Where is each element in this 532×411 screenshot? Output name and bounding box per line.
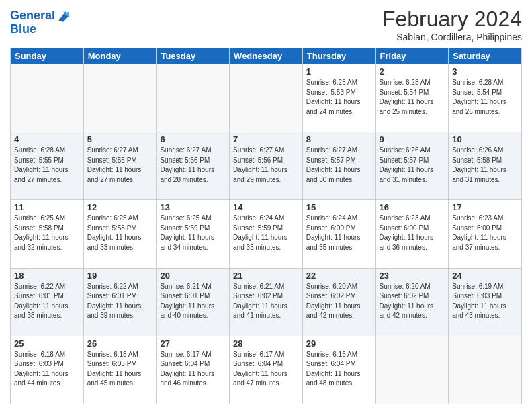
calendar-cell: [157, 64, 230, 132]
day-number: 21: [233, 271, 299, 281]
calendar-cell: 16Sunrise: 6:23 AM Sunset: 6:00 PM Dayli…: [375, 200, 449, 268]
calendar-week-row: 11Sunrise: 6:25 AM Sunset: 5:58 PM Dayli…: [11, 200, 522, 268]
header: General Blue February 2024 Sablan, Cordi…: [10, 7, 522, 42]
calendar-cell: 29Sunrise: 6:16 AM Sunset: 6:04 PM Dayli…: [302, 336, 375, 404]
day-info: Sunrise: 6:20 AM Sunset: 6:02 PM Dayligh…: [306, 282, 372, 321]
calendar-dow-wednesday: Wednesday: [230, 48, 303, 64]
calendar-cell: 6Sunrise: 6:27 AM Sunset: 5:56 PM Daylig…: [157, 132, 230, 200]
calendar-cell: 25Sunrise: 6:18 AM Sunset: 6:03 PM Dayli…: [11, 336, 84, 404]
day-number: 29: [306, 338, 372, 349]
day-number: 15: [306, 202, 372, 212]
calendar-cell: 18Sunrise: 6:22 AM Sunset: 6:01 PM Dayli…: [11, 268, 84, 336]
day-number: 17: [452, 202, 518, 212]
calendar-cell: 2Sunrise: 6:28 AM Sunset: 5:54 PM Daylig…: [375, 64, 449, 132]
calendar-dow-sunday: Sunday: [11, 48, 84, 64]
calendar-dow-tuesday: Tuesday: [157, 48, 230, 64]
calendar-cell: [375, 336, 449, 404]
day-number: 8: [306, 134, 372, 144]
day-number: 24: [452, 271, 518, 281]
calendar-cell: 21Sunrise: 6:21 AM Sunset: 6:02 PM Dayli…: [230, 268, 303, 336]
day-number: 10: [452, 134, 518, 144]
day-info: Sunrise: 6:26 AM Sunset: 5:57 PM Dayligh…: [380, 146, 445, 185]
day-info: Sunrise: 6:25 AM Sunset: 5:59 PM Dayligh…: [160, 214, 226, 253]
calendar-cell: 24Sunrise: 6:19 AM Sunset: 6:03 PM Dayli…: [449, 268, 522, 336]
calendar-cell: 17Sunrise: 6:23 AM Sunset: 6:00 PM Dayli…: [449, 200, 522, 268]
calendar-cell: 19Sunrise: 6:22 AM Sunset: 6:01 PM Dayli…: [83, 268, 157, 336]
day-number: 2: [380, 66, 445, 77]
calendar-dow-thursday: Thursday: [302, 48, 375, 64]
calendar-cell: 7Sunrise: 6:27 AM Sunset: 5:56 PM Daylig…: [230, 132, 303, 200]
calendar-header-row: SundayMondayTuesdayWednesdayThursdayFrid…: [11, 48, 522, 64]
day-number: 23: [380, 271, 445, 281]
day-info: Sunrise: 6:20 AM Sunset: 6:02 PM Dayligh…: [380, 282, 445, 321]
day-info: Sunrise: 6:23 AM Sunset: 6:00 PM Dayligh…: [452, 214, 518, 253]
day-number: 5: [87, 134, 153, 144]
day-number: 11: [14, 202, 80, 212]
calendar-cell: 3Sunrise: 6:28 AM Sunset: 5:54 PM Daylig…: [449, 64, 522, 132]
day-info: Sunrise: 6:27 AM Sunset: 5:57 PM Dayligh…: [306, 146, 372, 185]
calendar-cell: 26Sunrise: 6:18 AM Sunset: 6:03 PM Dayli…: [83, 336, 157, 404]
day-number: 20: [160, 271, 226, 281]
day-info: Sunrise: 6:27 AM Sunset: 5:56 PM Dayligh…: [160, 146, 226, 185]
day-info: Sunrise: 6:17 AM Sunset: 6:04 PM Dayligh…: [233, 350, 299, 389]
calendar-week-row: 1Sunrise: 6:28 AM Sunset: 5:53 PM Daylig…: [11, 64, 522, 132]
title-block: February 2024 Sablan, Cordillera, Philip…: [382, 7, 522, 42]
day-info: Sunrise: 6:21 AM Sunset: 6:02 PM Dayligh…: [233, 282, 299, 321]
calendar-cell: [230, 64, 303, 132]
page: General Blue February 2024 Sablan, Cordi…: [0, 0, 532, 411]
calendar-cell: 14Sunrise: 6:24 AM Sunset: 5:59 PM Dayli…: [230, 200, 303, 268]
calendar-cell: 5Sunrise: 6:27 AM Sunset: 5:55 PM Daylig…: [83, 132, 157, 200]
calendar-cell: 10Sunrise: 6:26 AM Sunset: 5:58 PM Dayli…: [449, 132, 522, 200]
day-info: Sunrise: 6:17 AM Sunset: 6:04 PM Dayligh…: [160, 350, 226, 389]
day-number: 13: [160, 202, 226, 212]
day-number: 4: [14, 134, 80, 144]
day-info: Sunrise: 6:28 AM Sunset: 5:53 PM Dayligh…: [306, 78, 372, 117]
day-number: 16: [380, 202, 445, 212]
calendar-cell: 8Sunrise: 6:27 AM Sunset: 5:57 PM Daylig…: [302, 132, 375, 200]
calendar-cell: 22Sunrise: 6:20 AM Sunset: 6:02 PM Dayli…: [302, 268, 375, 336]
day-info: Sunrise: 6:22 AM Sunset: 6:01 PM Dayligh…: [14, 282, 80, 321]
calendar-cell: [11, 64, 84, 132]
day-number: 6: [160, 134, 226, 144]
day-number: 22: [306, 271, 372, 281]
day-number: 1: [306, 66, 372, 77]
day-info: Sunrise: 6:22 AM Sunset: 6:01 PM Dayligh…: [87, 282, 153, 321]
day-info: Sunrise: 6:27 AM Sunset: 5:56 PM Dayligh…: [233, 146, 299, 185]
day-info: Sunrise: 6:24 AM Sunset: 5:59 PM Dayligh…: [233, 214, 299, 253]
calendar-cell: [449, 336, 522, 404]
logo-text: General: [10, 9, 55, 23]
day-number: 9: [380, 134, 445, 144]
calendar-cell: 13Sunrise: 6:25 AM Sunset: 5:59 PM Dayli…: [157, 200, 230, 268]
calendar-dow-monday: Monday: [83, 48, 157, 64]
day-number: 27: [160, 338, 226, 349]
day-info: Sunrise: 6:28 AM Sunset: 5:54 PM Dayligh…: [380, 78, 445, 117]
day-number: 3: [452, 66, 518, 77]
day-info: Sunrise: 6:19 AM Sunset: 6:03 PM Dayligh…: [452, 282, 518, 321]
calendar-week-row: 18Sunrise: 6:22 AM Sunset: 6:01 PM Dayli…: [11, 268, 522, 336]
location-subtitle: Sablan, Cordillera, Philippines: [382, 32, 522, 42]
calendar-cell: 4Sunrise: 6:28 AM Sunset: 5:55 PM Daylig…: [11, 132, 84, 200]
day-info: Sunrise: 6:25 AM Sunset: 5:58 PM Dayligh…: [87, 214, 153, 253]
calendar-dow-saturday: Saturday: [449, 48, 522, 64]
calendar-cell: 9Sunrise: 6:26 AM Sunset: 5:57 PM Daylig…: [375, 132, 449, 200]
calendar-week-row: 25Sunrise: 6:18 AM Sunset: 6:03 PM Dayli…: [11, 336, 522, 404]
day-info: Sunrise: 6:28 AM Sunset: 5:54 PM Dayligh…: [452, 78, 518, 117]
logo-icon: [56, 9, 70, 23]
day-info: Sunrise: 6:18 AM Sunset: 6:03 PM Dayligh…: [14, 350, 80, 389]
calendar-week-row: 4Sunrise: 6:28 AM Sunset: 5:55 PM Daylig…: [11, 132, 522, 200]
calendar-dow-friday: Friday: [375, 48, 449, 64]
calendar-cell: 1Sunrise: 6:28 AM Sunset: 5:53 PM Daylig…: [302, 64, 375, 132]
day-info: Sunrise: 6:24 AM Sunset: 6:00 PM Dayligh…: [306, 214, 372, 253]
day-number: 19: [87, 271, 153, 281]
day-info: Sunrise: 6:25 AM Sunset: 5:58 PM Dayligh…: [14, 214, 80, 253]
day-number: 25: [14, 338, 80, 349]
day-info: Sunrise: 6:16 AM Sunset: 6:04 PM Dayligh…: [306, 350, 372, 389]
day-number: 7: [233, 134, 299, 144]
calendar-cell: 11Sunrise: 6:25 AM Sunset: 5:58 PM Dayli…: [11, 200, 84, 268]
calendar-cell: 23Sunrise: 6:20 AM Sunset: 6:02 PM Dayli…: [375, 268, 449, 336]
logo-subtext: Blue: [10, 23, 70, 36]
day-info: Sunrise: 6:21 AM Sunset: 6:01 PM Dayligh…: [160, 282, 226, 321]
day-number: 18: [14, 271, 80, 281]
day-number: 26: [87, 338, 153, 349]
calendar-cell: 20Sunrise: 6:21 AM Sunset: 6:01 PM Dayli…: [157, 268, 230, 336]
